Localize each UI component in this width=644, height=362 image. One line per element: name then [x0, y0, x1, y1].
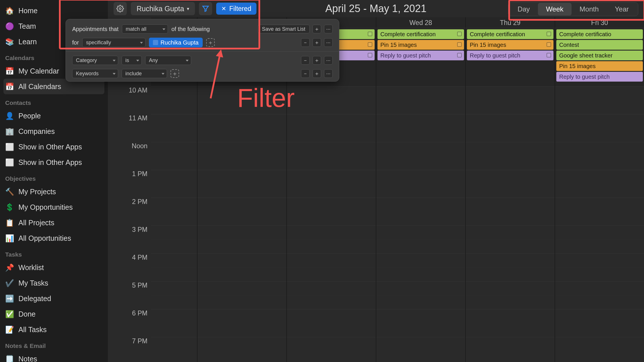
filter-suffix: of the following [171, 26, 210, 32]
sidebar-item-show-other-apps-1[interactable]: ⬜ Show in Other Apps [0, 139, 108, 155]
add-keyword-button[interactable]: ＋ [170, 69, 179, 78]
sidebar-item-label: Learn [18, 38, 37, 46]
close-icon[interactable]: ✕ [221, 5, 226, 12]
sidebar-item-label: Done [18, 310, 36, 318]
time-label: 10 AM [108, 86, 151, 114]
scope-select[interactable]: specifically [82, 38, 145, 47]
filter-for-label: for [72, 39, 79, 46]
checkbox-icon[interactable] [457, 53, 462, 57]
event-chip[interactable]: Contest [556, 40, 643, 50]
sidebar-item-home[interactable]: 🏠 Home [0, 3, 108, 18]
sidebar-item-my-tasks[interactable]: ✔️ My Tasks [0, 275, 108, 291]
op-select[interactable]: is [122, 56, 142, 65]
sidebar-item-label: All Tasks [18, 326, 47, 334]
time-label: 4 PM [108, 253, 151, 281]
event-label: Google sheet tracker [559, 52, 613, 59]
more-button[interactable]: ··· [324, 38, 333, 47]
add-row-button[interactable]: ＋ [313, 25, 321, 33]
seg-label: Day [518, 5, 530, 13]
button-label: Save as Smart List [262, 26, 305, 32]
save-smart-list-button[interactable]: Save as Smart List [258, 25, 310, 33]
more-button[interactable]: ··· [324, 25, 333, 33]
app-icon: ⬜ [5, 143, 14, 151]
sidebar-section-contacts: Contacts [0, 94, 108, 108]
field-select[interactable]: Category [72, 56, 118, 65]
select-value: include [125, 71, 142, 77]
event-chip[interactable]: Pin 15 images [467, 40, 553, 50]
sidebar-item-my-opportunities[interactable]: 💲 My Opportunities [0, 199, 108, 215]
checkbox-icon[interactable] [547, 32, 551, 36]
sidebar-item-people[interactable]: 👤 People [0, 108, 108, 124]
add-row-button[interactable]: ＋ [313, 56, 321, 65]
checkbox-icon[interactable] [457, 32, 462, 36]
settings-button[interactable] [114, 2, 127, 15]
sidebar-item-all-projects[interactable]: 📋 All Projects [0, 215, 108, 230]
user-chip[interactable]: Ruchika Gupta ▾ [131, 2, 195, 15]
remove-row-button[interactable]: － [301, 56, 310, 65]
event-chip[interactable]: Pin 15 images [556, 61, 643, 71]
pin-icon: 📌 [5, 263, 14, 272]
event-chip[interactable]: Reply to guest pitch [556, 72, 643, 82]
checkbox-icon[interactable] [457, 42, 462, 47]
checkbox-icon[interactable] [547, 42, 551, 47]
event-chip[interactable]: Complete certification [467, 29, 553, 39]
match-mode-select[interactable]: match all [122, 24, 168, 34]
filtered-chip[interactable]: ✕ Filtered [216, 3, 256, 15]
sidebar-item-label: Team [18, 22, 36, 30]
add-row-button[interactable]: ＋ [313, 69, 321, 78]
value-select[interactable]: Any [145, 56, 191, 65]
sidebar-item-show-other-apps-2[interactable]: ⬜ Show in Other Apps [0, 155, 108, 170]
field-select[interactable]: Keywords [72, 69, 118, 78]
checkbox-icon[interactable] [368, 53, 372, 57]
person-icon: 👤 [5, 111, 14, 120]
event-label: Complete certification [470, 31, 525, 38]
sidebar-item-worklist[interactable]: 📌 Worklist [0, 260, 108, 275]
event-chip[interactable]: Complete certification [377, 29, 464, 39]
op-select[interactable]: include [122, 69, 167, 78]
event-chip[interactable]: Pin 15 images [377, 40, 464, 50]
day-head-label: Fri 30 [591, 19, 608, 26]
sidebar-item-label: Show in Other Apps [18, 143, 82, 151]
event-chip[interactable]: Reply to guest pitch [467, 51, 553, 60]
sidebar-item-label: Delegated [18, 294, 51, 303]
add-row-button[interactable]: ＋ [313, 38, 321, 47]
sidebar-item-all-opportunities[interactable]: 📊 All Opportunities [0, 230, 108, 246]
day-head-label: Thu 29 [500, 19, 521, 26]
filter-button[interactable] [199, 2, 212, 15]
checkbox-icon[interactable] [368, 42, 372, 47]
view-seg-month[interactable]: Month [572, 3, 607, 16]
select-value: Any [149, 57, 158, 63]
allday-col-wed[interactable]: Complete certification Pin 15 images Rep… [376, 28, 466, 86]
allday-col-fri[interactable]: Complete certificatio Contest Google she… [555, 28, 644, 86]
day-head-wed: Wed 28 [376, 17, 466, 28]
hour-grid[interactable] [151, 86, 644, 362]
event-chip[interactable]: Complete certificatio [556, 29, 643, 39]
sidebar-item-done[interactable]: ✅ Done [0, 306, 108, 322]
user-token[interactable]: Ruchika Gupta [149, 38, 202, 47]
view-seg-week[interactable]: Week [538, 3, 572, 16]
event-chip[interactable]: Google sheet tracker [556, 51, 643, 60]
more-button[interactable]: ··· [324, 69, 333, 78]
select-value: specifically [86, 40, 111, 46]
sidebar-item-label: All Calendars [18, 82, 61, 91]
sidebar-item-label: Companies [18, 127, 55, 136]
more-button[interactable]: ··· [324, 56, 333, 65]
view-seg-year[interactable]: Year [607, 3, 637, 16]
allday-col-thu[interactable]: Complete certification Pin 15 images Rep… [466, 28, 555, 86]
remove-row-button[interactable]: － [301, 69, 310, 78]
remove-row-button[interactable]: － [301, 38, 310, 47]
view-seg-day[interactable]: Day [509, 3, 538, 16]
event-chip[interactable]: Reply to guest pitch [377, 51, 464, 60]
sidebar-item-notes[interactable]: 🗒️ Notes [0, 351, 108, 362]
sidebar-item-all-tasks[interactable]: 📝 All Tasks [0, 322, 108, 337]
add-user-button[interactable]: ＋ [206, 38, 215, 47]
team-icon: 🟣 [5, 22, 14, 30]
checkbox-icon[interactable] [368, 32, 372, 36]
sidebar-item-companies[interactable]: 🏢 Companies [0, 124, 108, 139]
checkbox-icon[interactable] [547, 53, 551, 57]
day-head-thu: Thu 29 [466, 17, 555, 28]
sidebar-item-my-projects[interactable]: 🔨 My Projects [0, 184, 108, 199]
seg-label: Month [580, 5, 599, 13]
time-label: 1 PM [108, 170, 151, 198]
sidebar-item-delegated[interactable]: ➡️ Delegated [0, 291, 108, 306]
